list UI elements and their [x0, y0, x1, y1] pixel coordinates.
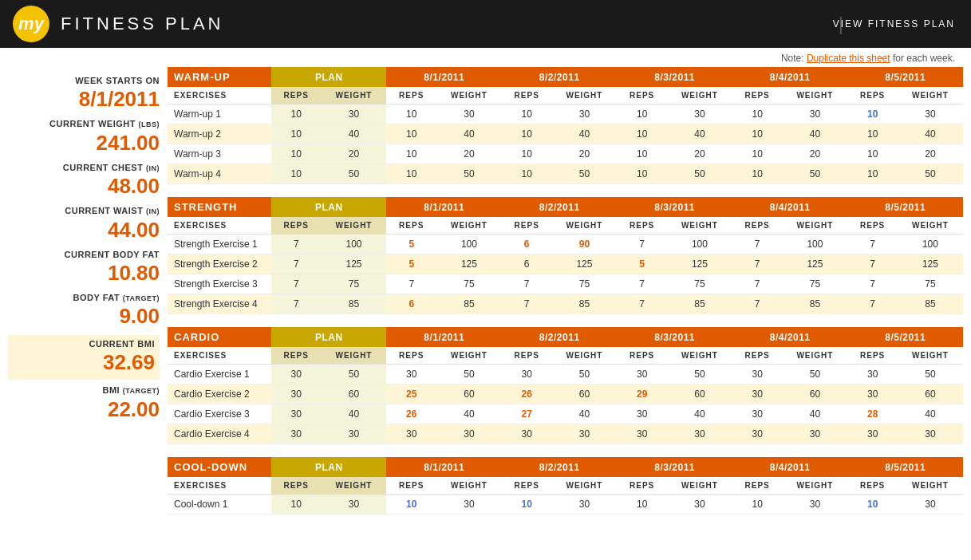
week-starts-value: 8/1/2011	[8, 86, 160, 113]
cooldown-row-1: Cool-down 1 10 30 10 30 10 30 10 30 10 3…	[168, 495, 963, 515]
chest-label: CURRENT CHEST (IN)	[8, 162, 160, 174]
bodyfat-value: 10.80	[8, 260, 160, 287]
weight-label: CURRENT WEIGHT (LBS)	[8, 118, 160, 130]
warmup-date4: 8/4/2011	[732, 67, 847, 87]
view-fitness-plan-link[interactable]: VIEW FITNESS PLAN	[833, 18, 955, 30]
warmup-section: WARM-UP PLAN 8/1/2011 8/2/2011 8/3/2011 …	[168, 67, 963, 184]
header: my FITNESS PLAN | VIEW FITNESS PLAN	[0, 0, 971, 48]
app-title: FITNESS PLAN	[61, 14, 223, 34]
plan-reps-header: REPS	[271, 87, 321, 105]
strength-row-2: Strength Exercise 2 7 125 5 125 6 125 5 …	[168, 254, 963, 274]
warmup-date3: 8/3/2011	[617, 67, 732, 87]
warmup-table: WARM-UP PLAN 8/1/2011 8/2/2011 8/3/2011 …	[168, 67, 963, 184]
main-container: WEEK STARTS ON 8/1/2011 CURRENT WEIGHT (…	[0, 67, 971, 535]
warmup-row-4: Warm-up 4 10 50 10 50 10 50 10 50 10 50 …	[168, 164, 963, 184]
exercises-col-header: EXERCISES	[168, 87, 271, 105]
cardio-row-2: Cardio Exercise 2 30 60 25 60 26 60 29 6…	[168, 385, 963, 404]
cardio-row-3: Cardio Exercise 3 30 40 26 40 27 40 30 4…	[168, 404, 963, 424]
strength-header-row: STRENGTH PLAN 8/1/2011 8/2/2011 8/3/2011…	[168, 197, 963, 217]
bodyfat-label: CURRENT BODY FAT	[8, 249, 160, 260]
warmup-title: WARM-UP	[168, 67, 271, 87]
bmi-value: 32.69	[13, 349, 155, 377]
cooldown-plan-header: PLAN	[271, 457, 386, 477]
sidebar: WEEK STARTS ON 8/1/2011 CURRENT WEIGHT (…	[8, 67, 168, 527]
strength-table: STRENGTH PLAN 8/1/2011 8/2/2011 8/3/2011…	[168, 197, 963, 314]
cooldown-title: COOL-DOWN	[168, 457, 271, 477]
bodyfat-target-value: 9.00	[8, 303, 160, 330]
warmup-row-1: Warm-up 1 10 30 10 30 10 30 10 30 10 30 …	[168, 105, 963, 124]
warmup-row-3: Warm-up 3 10 20 10 20 10 20 10 20 10 20 …	[168, 144, 963, 164]
cardio-col-headers: EXERCISES REPS WEIGHT REPS WEIGHT REPS W…	[168, 347, 963, 365]
cooldown-table: COOL-DOWN PLAN 8/1/2011 8/2/2011 8/3/201…	[168, 457, 963, 515]
strength-col-headers: EXERCISES REPS WEIGHT REPS WEIGHT REPS W…	[168, 217, 963, 235]
strength-row-4: Strength Exercise 4 7 85 6 85 7 85 7 85 …	[168, 294, 963, 314]
bmi-label: CURRENT BMI	[13, 338, 155, 349]
note-bar: Note: Duplicate this sheet for each week…	[0, 48, 971, 67]
cardio-title: CARDIO	[168, 327, 271, 347]
warmup-date5: 8/5/2011	[847, 67, 963, 87]
strength-plan-header: PLAN	[271, 197, 386, 217]
cardio-header-row: CARDIO PLAN 8/1/2011 8/2/2011 8/3/2011 8…	[168, 327, 963, 347]
waist-label: CURRENT WAIST (IN)	[8, 205, 160, 217]
weight-value: 241.00	[8, 130, 160, 157]
cooldown-header-row: COOL-DOWN PLAN 8/1/2011 8/2/2011 8/3/201…	[168, 457, 963, 477]
cardio-section: CARDIO PLAN 8/1/2011 8/2/2011 8/3/2011 8…	[168, 327, 963, 444]
week-starts-label: WEEK STARTS ON	[8, 75, 160, 86]
waist-value: 44.00	[8, 217, 160, 244]
warmup-col-headers: EXERCISES REPS WEIGHT REPS WEIGHT REPS W…	[168, 87, 963, 105]
content-area: WARM-UP PLAN 8/1/2011 8/2/2011 8/3/2011 …	[168, 67, 963, 527]
strength-row-1: Strength Exercise 1 7 100 5 100 6 90 7 1…	[168, 235, 963, 254]
warmup-date2: 8/2/2011	[502, 67, 617, 87]
logo: my	[13, 6, 49, 42]
cardio-plan-header: PLAN	[271, 327, 386, 347]
strength-title: STRENGTH	[168, 197, 271, 217]
cardio-row-4: Cardio Exercise 4 30 30 30 30 30 30 30 3…	[168, 424, 963, 444]
warmup-plan-header: PLAN	[271, 67, 386, 87]
bodyfat-target-label: BODY FAT (TARGET)	[8, 292, 160, 304]
cooldown-section: COOL-DOWN PLAN 8/1/2011 8/2/2011 8/3/201…	[168, 457, 963, 515]
duplicate-link[interactable]: Duplicate this sheet	[807, 53, 890, 64]
strength-row-3: Strength Exercise 3 7 75 7 75 7 75 7 75 …	[168, 274, 963, 294]
cardio-table: CARDIO PLAN 8/1/2011 8/2/2011 8/3/2011 8…	[168, 327, 963, 444]
warmup-header-row: WARM-UP PLAN 8/1/2011 8/2/2011 8/3/2011 …	[168, 67, 963, 87]
warmup-row-2: Warm-up 2 10 40 10 40 10 40 10 40 10 40 …	[168, 124, 963, 144]
plan-weight-header: WEIGHT	[321, 87, 386, 105]
strength-section: STRENGTH PLAN 8/1/2011 8/2/2011 8/3/2011…	[168, 197, 963, 314]
chest-value: 48.00	[8, 173, 160, 200]
cooldown-col-headers: EXERCISES REPS WEIGHT REPS WEIGHT REPS W…	[168, 477, 963, 495]
warmup-date1: 8/1/2011	[386, 67, 501, 87]
bmi-target-value: 22.00	[8, 396, 160, 424]
cardio-row-1: Cardio Exercise 1 30 50 30 50 30 50 30 5…	[168, 365, 963, 385]
bmi-target-label: BMI (TARGET)	[8, 385, 160, 396]
